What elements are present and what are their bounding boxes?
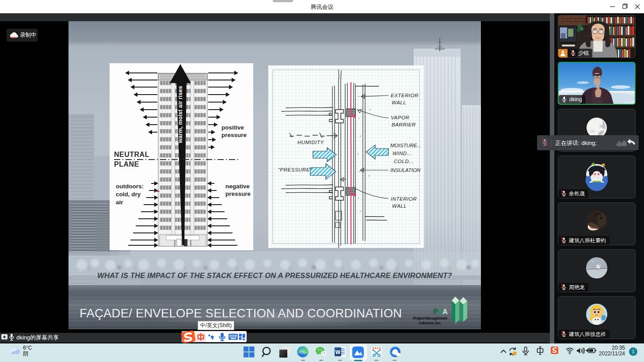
svg-text:air: air [116, 199, 123, 206]
svg-text:WALL: WALL [392, 100, 406, 105]
svg-text:Project Management: Project Management [413, 316, 448, 320]
svg-text:WALL: WALL [392, 203, 407, 209]
svg-text:EXTERIOR: EXTERIOR [391, 93, 419, 98]
svg-text:warm, moist air rises: warm, moist air rises [177, 86, 183, 143]
svg-text:BARRIER: BARRIER [392, 122, 416, 127]
svg-text:negative: negative [225, 183, 250, 190]
svg-text:COLD...: COLD... [394, 159, 414, 164]
svg-text:VAPOR: VAPOR [391, 115, 409, 120]
svg-text:Advisors, Inc.: Advisors, Inc. [419, 320, 442, 325]
svg-text:INSULATION: INSULATION [390, 168, 421, 173]
svg-text:A: A [442, 308, 448, 316]
svg-text:"PRESSURE": "PRESSURE" [278, 167, 312, 172]
svg-text:pressure: pressure [221, 132, 247, 138]
svg-text:WIND...: WIND... [392, 151, 412, 156]
svg-text:INTERIOR: INTERIOR [391, 196, 417, 202]
svg-text:HUMIDITY: HUMIDITY [297, 140, 324, 145]
svg-text:W: W [335, 349, 341, 355]
svg-text:PLANE: PLANE [114, 160, 139, 168]
svg-text:positive: positive [221, 124, 244, 131]
svg-text:MOISTURE...: MOISTURE... [390, 143, 421, 148]
svg-text:NEUTRAL: NEUTRAL [114, 151, 149, 158]
svg-text:cold, dry: cold, dry [116, 191, 141, 198]
svg-text:pressure: pressure [225, 191, 251, 197]
svg-text:outdoors:: outdoors: [116, 183, 144, 190]
